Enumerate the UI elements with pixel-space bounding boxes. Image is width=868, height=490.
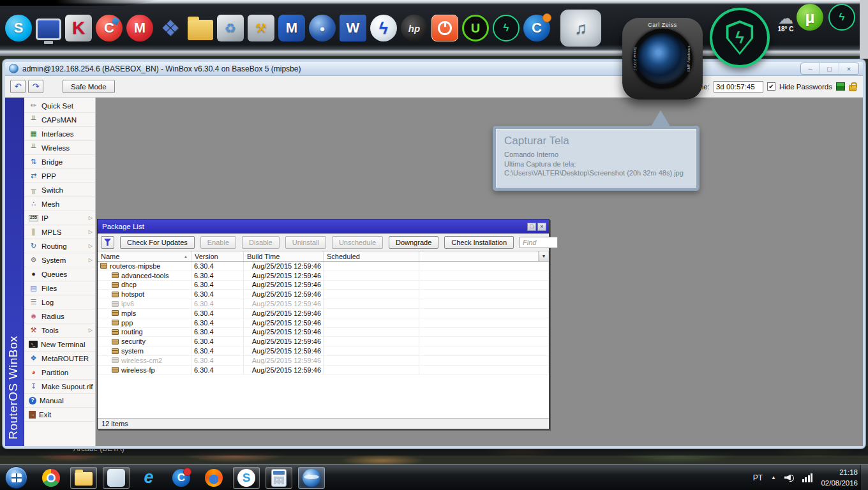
taskbar-calculator[interactable] — [266, 467, 292, 489]
column-header-build-time[interactable]: Build Time — [244, 251, 324, 261]
package-toolbar-button[interactable]: Enable — [200, 236, 236, 249]
hp-icon[interactable]: hp — [401, 15, 428, 41]
column-header-scheduled[interactable]: Scheduled — [324, 251, 419, 261]
antivirus-shield-icon[interactable]: ϟ — [710, 8, 770, 68]
word-icon[interactable]: W — [340, 15, 366, 41]
malwarebytes-icon[interactable]: M — [278, 15, 305, 41]
maximize-button[interactable]: □ — [820, 63, 839, 74]
table-row[interactable]: security 6.30.4 Aug/25/2015 12:59:46 — [98, 337, 549, 346]
uptime-field[interactable] — [714, 81, 763, 93]
taskbar-chrome[interactable] — [38, 467, 64, 489]
skype-icon[interactable]: S — [5, 15, 32, 41]
sidebar-item[interactable]: ›_ New Terminal ▷ — [24, 338, 95, 352]
table-row[interactable]: ipv6 6.30.4 Aug/25/2015 12:59:46 — [98, 299, 549, 309]
kaspersky-icon[interactable]: K — [65, 15, 92, 41]
sidebar-item[interactable]: ⇄ PPP ▷ — [24, 169, 95, 183]
routeros-brand-strip: RouterOS WinBox — [5, 98, 24, 446]
network-signal-icon[interactable] — [802, 473, 813, 482]
sidebar-item[interactable]: ● Queues ▷ — [24, 267, 95, 281]
taskbar-media-player[interactable] — [103, 467, 130, 489]
table-row[interactable]: wireless-fp 6.30.4 Aug/25/2015 12:59:46 — [98, 366, 549, 375]
package-toolbar-button[interactable]: Check Installation — [444, 236, 514, 249]
column-header-name[interactable]: Name ▲ — [98, 251, 191, 261]
taskbar-cfosspeed[interactable]: C — [168, 467, 195, 489]
screen-capture-icon[interactable]: Carl Zeiss Tessar 2.0/3.7 SMP Autofocus — [622, 18, 703, 100]
show-desktop-button[interactable] — [860, 465, 868, 490]
sidebar-item[interactable]: ∥ MPLS ▷ — [24, 225, 95, 239]
sidebar-item[interactable]: ☻ Radius ▷ — [24, 309, 95, 323]
sidebar-item[interactable]: ▤ Files ▷ — [24, 281, 95, 295]
media-converter-icon[interactable]: ♫ — [560, 10, 601, 47]
power-icon[interactable] — [431, 15, 458, 41]
table-row[interactable]: ppp 6.30.4 Aug/25/2015 12:59:46 — [98, 318, 549, 328]
sidebar-item[interactable]: ╥ Switch ▷ — [24, 183, 95, 197]
google-earth-icon[interactable]: ● — [309, 15, 336, 41]
sidebar-item[interactable]: → Exit ▷ — [24, 408, 95, 422]
sidebar-item[interactable]: ▦ Interfaces ▷ — [24, 127, 95, 141]
pcsx2-icon[interactable]: ❖ — [157, 15, 184, 41]
start-button[interactable] — [5, 466, 27, 489]
taskbar-spark-browser[interactable]: S — [233, 467, 260, 489]
disk-tool-icon[interactable]: ⚒ — [248, 15, 274, 41]
package-toolbar-button[interactable]: Unschedule — [332, 236, 383, 249]
sidebar-item[interactable]: ◕ Partition ▷ — [24, 366, 95, 380]
sidebar-item[interactable]: ✏ Quick Set ▷ — [24, 99, 95, 113]
table-row[interactable]: advanced-tools 6.30.4 Aug/25/2015 12:59:… — [98, 271, 549, 281]
table-row[interactable]: mpls 6.30.4 Aug/25/2015 12:59:46 — [98, 309, 549, 318]
close-button[interactable]: × — [839, 63, 858, 74]
shield-icon[interactable]: ϟ — [493, 15, 520, 41]
sidebar-item[interactable]: ∴ Mesh ▷ — [24, 197, 95, 211]
iobit-uninstaller-icon[interactable]: U — [462, 15, 489, 41]
table-row[interactable]: wireless-cm2 6.30.4 Aug/25/2015 12:59:46 — [98, 356, 549, 366]
sidebar-item[interactable]: 255 IP ▷ — [24, 211, 95, 225]
volume-icon[interactable] — [784, 473, 794, 482]
recycle-bin-icon[interactable]: ♻ — [217, 15, 244, 41]
column-header-version[interactable]: Version — [191, 251, 244, 261]
clock[interactable]: 21:18 02/08/2016 — [821, 467, 858, 488]
package-toolbar-button[interactable]: Disable — [242, 236, 280, 249]
hide-passwords-checkbox[interactable]: ✔ — [767, 82, 775, 91]
taskbar-firefox[interactable] — [200, 467, 227, 489]
folder-icon[interactable] — [188, 20, 213, 40]
mega-icon[interactable]: M — [126, 15, 153, 41]
taskbar-explorer[interactable] — [70, 467, 97, 489]
sidebar-item[interactable]: ☰ Log ▷ — [24, 295, 95, 309]
table-row[interactable]: system 6.30.4 Aug/25/2015 12:59:46 — [98, 346, 549, 356]
sidebar-item[interactable]: ⚙ System ▷ — [24, 253, 95, 267]
undo-button[interactable]: ↶ — [10, 80, 26, 93]
column-chooser[interactable]: ▼ — [539, 251, 549, 261]
sidebar-item[interactable]: ⚒ Tools ▷ — [24, 323, 95, 338]
cfosspeed-icon[interactable]: C — [523, 15, 550, 41]
redo-button[interactable]: ↷ — [28, 80, 43, 93]
language-indicator[interactable]: PT — [753, 473, 763, 482]
sidebar-item[interactable]: ↻ Routing ▷ — [24, 239, 95, 253]
sidebar-item[interactable]: ╨ Wireless ▷ — [24, 141, 95, 155]
safe-mode-button[interactable]: Safe Mode — [63, 80, 115, 93]
package-list-maximize-button[interactable]: □ — [527, 223, 536, 231]
table-row[interactable]: routing 6.30.4 Aug/25/2015 12:59:46 — [98, 328, 549, 338]
taskbar-winbox[interactable] — [298, 467, 325, 489]
ccleaner-icon[interactable]: C — [96, 15, 123, 41]
sidebar-item[interactable]: ↧ Make Supout.rif ▷ — [24, 380, 95, 394]
package-list-titlebar[interactable]: Package List □ × — [98, 219, 549, 234]
sidebar-item[interactable]: ? Manual ▷ — [24, 394, 95, 408]
package-toolbar-button[interactable]: Check For Updates — [120, 236, 195, 249]
my-computer-icon[interactable] — [36, 19, 61, 40]
sidebar-item[interactable]: ❖ MetaROUTER ▷ — [24, 352, 95, 366]
table-row[interactable]: dhcp 6.30.4 Aug/25/2015 12:59:46 — [98, 281, 549, 290]
table-row[interactable]: routeros-mipsbe 6.30.4 Aug/25/2015 12:59… — [98, 262, 549, 271]
package-list-close-button[interactable]: × — [537, 223, 546, 231]
filter-button[interactable] — [101, 236, 114, 249]
sidebar-item[interactable]: ⇅ Bridge ▷ — [24, 155, 95, 169]
shield-icon[interactable]: ϟ — [828, 4, 855, 31]
sidebar-item[interactable]: ╨ CAPsMAN ▷ — [24, 113, 95, 127]
daemon-tools-icon[interactable]: ϟ — [370, 15, 397, 41]
package-toolbar-button[interactable]: Uninstall — [285, 236, 326, 249]
hidden-icons-arrow[interactable]: ▲ — [771, 475, 776, 480]
table-row[interactable]: hotspot 6.30.4 Aug/25/2015 12:59:46 — [98, 290, 549, 299]
package-toolbar-button[interactable]: Downgrade — [389, 236, 438, 249]
taskbar-internet-explorer[interactable]: e — [135, 467, 162, 489]
minimize-button[interactable]: – — [801, 63, 820, 74]
find-input[interactable] — [520, 237, 558, 248]
weather-gadget[interactable]: ☁ 18° C — [770, 11, 802, 33]
